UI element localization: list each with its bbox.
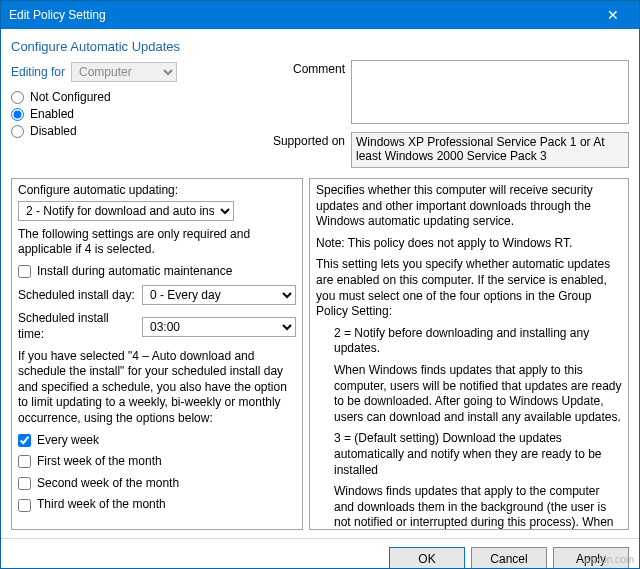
comment-label: Comment (269, 60, 351, 76)
ok-button[interactable]: OK (389, 547, 465, 569)
help-p3: This setting lets you specify whether au… (316, 257, 622, 319)
occurrence-note: If you have selected "4 – Auto download … (18, 349, 296, 427)
supported-row: Supported on Windows XP Professional Ser… (269, 132, 629, 168)
cau-label: Configure automatic updating: (18, 183, 296, 199)
top-right: Comment Supported on Windows XP Professi… (269, 60, 629, 168)
chk-third-week[interactable]: Third week of the month (18, 497, 296, 513)
window-title: Edit Policy Setting (9, 8, 593, 22)
radio-disabled-label: Disabled (30, 124, 77, 138)
watermark: wsxdn.com (584, 554, 634, 565)
chk-second-week-input[interactable] (18, 477, 31, 490)
supported-label: Supported on (269, 132, 351, 148)
cau-select[interactable]: 2 - Notify for download and auto install (18, 201, 234, 221)
radio-disabled-input[interactable] (11, 125, 24, 138)
help-p6: 3 = (Default setting) Download the updat… (316, 431, 622, 478)
dialog-content: Configure Automatic Updates Editing for … (1, 29, 639, 538)
time-select[interactable]: 03:00 (142, 317, 296, 337)
radio-enabled-label: Enabled (30, 107, 74, 121)
radio-enabled[interactable]: Enabled (11, 107, 257, 121)
radio-not-configured[interactable]: Not Configured (11, 90, 257, 104)
button-bar: OK Cancel Apply (1, 538, 639, 569)
help-p2: Note: This policy does not apply to Wind… (316, 236, 622, 252)
chk-maintenance-input[interactable] (18, 265, 31, 278)
top-left: Editing for Computer Not Configured Enab… (11, 60, 257, 168)
comment-textarea[interactable] (351, 60, 629, 124)
chk-every-week[interactable]: Every week (18, 433, 296, 449)
radio-enabled-input[interactable] (11, 108, 24, 121)
chk-first-week-label: First week of the month (37, 454, 162, 470)
help-p1: Specifies whether this computer will rec… (316, 183, 622, 230)
radio-not-configured-label: Not Configured (30, 90, 111, 104)
cancel-button[interactable]: Cancel (471, 547, 547, 569)
editing-for-select: Computer (71, 62, 177, 82)
help-p4: 2 = Notify before downloading and instal… (316, 326, 622, 357)
comment-row: Comment (269, 60, 629, 124)
close-icon[interactable]: ✕ (593, 4, 633, 26)
radio-disabled[interactable]: Disabled (11, 124, 257, 138)
state-radios: Not Configured Enabled Disabled (11, 90, 257, 138)
editing-for-label: Editing for (11, 65, 65, 79)
time-row: Scheduled install time: 03:00 (18, 311, 296, 342)
chk-second-week[interactable]: Second week of the month (18, 476, 296, 492)
top-grid: Editing for Computer Not Configured Enab… (11, 60, 629, 168)
supported-text: Windows XP Professional Service Pack 1 o… (351, 132, 629, 168)
heading: Configure Automatic Updates (11, 39, 629, 54)
chk-first-week[interactable]: First week of the month (18, 454, 296, 470)
chk-second-week-label: Second week of the month (37, 476, 179, 492)
time-label: Scheduled install time: (18, 311, 136, 342)
titlebar: Edit Policy Setting ✕ (1, 1, 639, 29)
chk-third-week-input[interactable] (18, 499, 31, 512)
options-pane[interactable]: Configure automatic updating: 2 - Notify… (11, 178, 303, 530)
panes: Configure automatic updating: 2 - Notify… (11, 178, 629, 530)
day-row: Scheduled install day: 0 - Every day (18, 285, 296, 305)
help-p5: When Windows finds updates that apply to… (316, 363, 622, 425)
help-p7: Windows finds updates that apply to the … (316, 484, 622, 530)
chk-every-week-label: Every week (37, 433, 99, 449)
chk-every-week-input[interactable] (18, 434, 31, 447)
chk-maintenance[interactable]: Install during automatic maintenance (18, 264, 296, 280)
day-label: Scheduled install day: (18, 288, 136, 304)
editing-for-row: Editing for Computer (11, 62, 257, 82)
note-4: The following settings are only required… (18, 227, 296, 258)
chk-maintenance-label: Install during automatic maintenance (37, 264, 232, 280)
radio-not-configured-input[interactable] (11, 91, 24, 104)
help-pane[interactable]: Specifies whether this computer will rec… (309, 178, 629, 530)
chk-first-week-input[interactable] (18, 455, 31, 468)
chk-third-week-label: Third week of the month (37, 497, 166, 513)
day-select[interactable]: 0 - Every day (142, 285, 296, 305)
